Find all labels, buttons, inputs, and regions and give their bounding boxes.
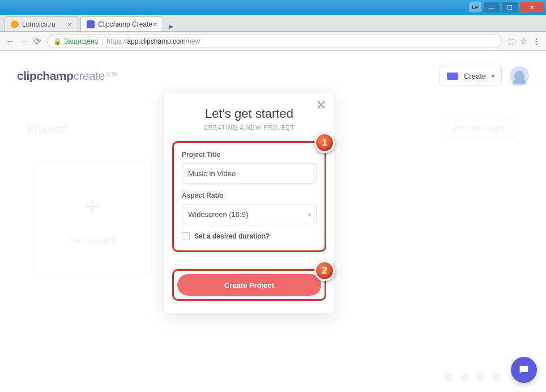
logo-part-a: clipchamp [17,69,73,82]
social-icon[interactable] [445,374,453,382]
modal-close-button[interactable] [317,101,325,111]
window-maximize-button[interactable]: ☐ [502,2,518,12]
duration-checkbox-label: Set a desired duration? [194,232,270,240]
new-tab-button[interactable]: ▸ [165,21,177,31]
app-header: clipchampcreateBETA Create ▾ [17,66,529,86]
highlight-box-1: 1 Project Title Aspect Ratio ▾ Set a des… [172,141,326,252]
start-project-card-text: Start a project [70,236,116,244]
bookmark-icon[interactable]: ☆ [521,37,527,45]
highlight-box-2: 2 Create Project [172,269,326,301]
window-close-button[interactable]: ✕ [520,2,544,12]
browser-tab-lumpics[interactable]: Lumpics.ru × [5,16,78,31]
forward-button[interactable]: → [20,36,28,46]
window-minimize-button[interactable]: — [484,2,500,12]
app-logo: clipchampcreateBETA [17,69,116,83]
project-title-input[interactable] [182,163,317,184]
tab-title: Clipchamp Create [98,20,152,28]
browser-tabbar: Lumpics.ru × Clipchamp Create × ▸ [0,15,546,32]
favicon-icon [87,20,95,28]
chat-fab-button[interactable] [511,357,537,383]
browser-tab-clipchamp[interactable]: Clipchamp Create × [80,16,163,31]
plus-icon: + [85,194,100,219]
lock-icon: 🔒 [53,37,62,45]
duration-checkbox[interactable] [182,232,190,240]
aspect-ratio-label: Aspect Ratio [182,191,317,199]
secure-label: Защищено [64,37,98,45]
aspect-ratio-select[interactable] [182,204,317,224]
start-project-card-bg: + Start a project [33,162,152,275]
url-host: app.clipchamp.com [127,37,185,45]
step-marker-1: 1 [314,133,335,153]
step-marker-2: 2 [314,261,335,281]
translate-icon[interactable]: ⬚ [508,37,515,45]
logo-part-b: create [73,69,104,82]
tab-close-icon[interactable]: × [67,20,72,29]
social-icon[interactable] [477,374,485,382]
close-icon [317,101,325,109]
favicon-icon [11,20,19,28]
reload-button[interactable]: ⟳ [34,36,41,46]
menu-icon[interactable]: ⋮ [533,37,540,45]
user-avatar[interactable] [510,66,529,86]
social-icon[interactable] [493,374,501,382]
social-icon[interactable] [461,374,469,382]
address-bar[interactable]: 🔒 Защищено | https://app.clipchamp.com/n… [47,35,502,48]
browser-toolbar: ← → ⟳ 🔒 Защищено | https://app.clipchamp… [0,32,546,51]
chat-icon [518,364,530,376]
chevron-down-icon: ▾ [492,73,494,79]
create-project-button[interactable]: Create Project [177,274,321,296]
projects-heading: Projects [27,122,68,135]
back-button[interactable]: ← [6,36,14,46]
duration-checkbox-row[interactable]: Set a desired duration? [182,232,317,240]
page-content: clipchampcreateBETA Create ▾ Projects St… [0,51,546,392]
tab-close-icon[interactable]: × [152,20,157,29]
modal-title: Let's get started [164,106,334,121]
beta-badge: BETA [106,71,116,76]
url-scheme: https:// [106,37,127,45]
footer-social-icons [445,374,501,382]
secure-indicator: 🔒 Защищено [53,37,98,45]
url-path: /new [186,37,200,45]
create-label: Create [464,72,486,80]
window-badge: LP [469,2,481,12]
start-new-project-button-bg: Start new project [440,118,519,138]
create-dropdown-button[interactable]: Create ▾ [440,66,502,86]
tab-title: Lumpics.ru [22,20,56,28]
window-titlebar: LP — ☐ ✕ [0,0,546,15]
create-swatch-icon [447,73,458,80]
new-project-modal: Let's get started CREATING A NEW PROJECT… [164,93,334,313]
project-title-label: Project Title [182,151,317,159]
modal-subtitle: CREATING A NEW PROJECT [164,125,334,131]
